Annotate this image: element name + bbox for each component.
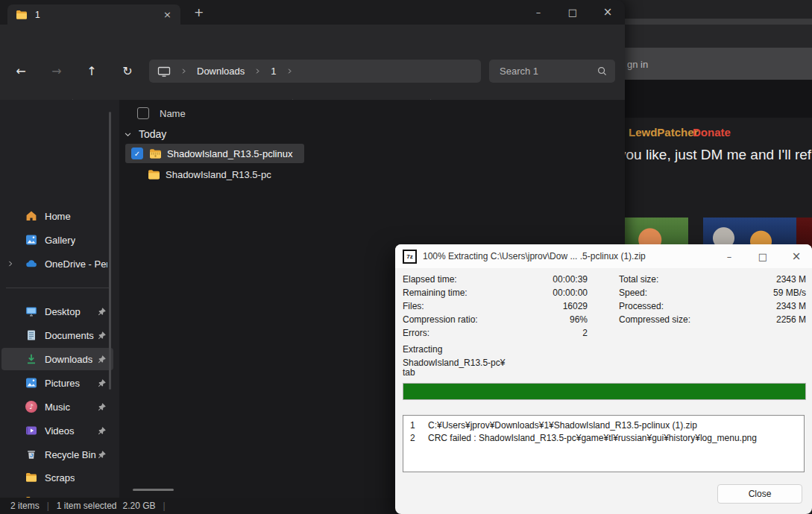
status-separator: | xyxy=(163,501,166,511)
breadcrumb-chevron-icon xyxy=(286,68,293,74)
stat-label: Files: xyxy=(403,301,424,311)
row-checkbox-checked[interactable]: ✓ xyxy=(131,147,143,159)
gallery-icon xyxy=(25,234,37,246)
file-row[interactable]: ShadowIsland_R13.5-pc xyxy=(125,165,304,184)
breadcrumb-downloads[interactable]: Downloads xyxy=(197,66,245,77)
sign-in-link[interactable]: gn in xyxy=(627,59,648,70)
tab-label: 1 xyxy=(35,10,40,20)
back-button[interactable]: ← xyxy=(8,60,34,83)
select-all-checkbox[interactable] xyxy=(137,107,149,119)
explorer-tab-bar: 1 × + – □ × xyxy=(0,0,625,25)
name-column-header[interactable]: Name xyxy=(160,108,186,119)
file-row-selected[interactable]: ✓ ShadowIsland_R13.5-pclinux xyxy=(125,144,304,163)
breadcrumb-current-folder[interactable]: 1 xyxy=(271,66,276,77)
dialog-minimize-button[interactable]: – xyxy=(714,244,745,268)
sidebar-item-chelsea-program[interactable]: Chelsea Prograr xyxy=(1,490,113,498)
current-file: tab xyxy=(403,367,415,378)
window-maximize-button[interactable]: □ xyxy=(556,0,590,24)
stat-label: Total size: xyxy=(619,274,658,285)
up-button[interactable]: ↑ xyxy=(79,60,104,83)
pin-icon xyxy=(97,402,107,412)
page-message: you like, just DM me and I'll ref xyxy=(619,147,811,163)
sidebar-item-desktop[interactable]: Desktop xyxy=(1,300,113,323)
sidebar-item-downloads[interactable]: Downloads xyxy=(1,348,113,370)
desktop-icon xyxy=(25,305,37,317)
home-icon xyxy=(25,210,37,222)
stat-label: Remaining time: xyxy=(403,288,468,298)
stat-label: Compressed size: xyxy=(619,314,690,325)
error-row[interactable]: 1 C:¥Users¥jprov¥Downloads¥1¥ShadowIslan… xyxy=(403,419,804,432)
recycle-bin-icon xyxy=(25,448,37,460)
forward-button[interactable]: → xyxy=(44,60,69,83)
window-minimize-button[interactable]: – xyxy=(521,0,556,24)
sidebar-item-home[interactable]: Home xyxy=(1,205,113,227)
this-pc-icon[interactable] xyxy=(157,66,171,77)
sidebar-item-onedrive[interactable]: OneDrive - Pers xyxy=(1,253,113,275)
sidebar-divider xyxy=(6,288,110,288)
breadcrumb-chevron-icon xyxy=(180,68,187,74)
downloads-icon xyxy=(25,353,37,365)
sidebar-item-gallery[interactable]: Gallery xyxy=(1,229,113,251)
7zip-extract-dialog: 7z 100% Extracting C:\Users\jprov\Dow ..… xyxy=(395,244,812,514)
pin-icon xyxy=(97,450,107,460)
explorer-tab[interactable]: 1 × xyxy=(7,4,180,25)
address-bar[interactable]: Downloads 1 xyxy=(149,60,481,83)
stat-value: 2343 M xyxy=(708,301,806,311)
stat-label: Errors: xyxy=(403,328,429,338)
close-button[interactable]: Close xyxy=(717,484,802,504)
pin-icon xyxy=(97,331,107,340)
error-number: 2 xyxy=(410,432,428,445)
sidebar-item-recycle-bin[interactable]: Recycle Bin xyxy=(1,443,113,466)
dialog-title: 100% Extracting C:\Users\jprov\Dow ... .… xyxy=(423,251,646,261)
onedrive-icon xyxy=(25,258,37,270)
search-box[interactable] xyxy=(489,60,615,83)
selection-summary: 1 item selected xyxy=(57,501,117,511)
sidebar-item-videos[interactable]: Videos xyxy=(1,419,113,442)
error-text: CRC failed : ShadowIsland_R13.5-pc¥game¥… xyxy=(428,432,757,445)
donate-link[interactable]: Donate xyxy=(693,126,731,139)
breadcrumb-chevron-icon xyxy=(254,68,261,74)
pin-icon xyxy=(97,378,107,388)
dialog-maximize-button[interactable]: □ xyxy=(747,244,778,268)
search-input[interactable] xyxy=(498,65,589,77)
refresh-button[interactable]: ↻ xyxy=(115,60,140,83)
brand-link[interactable]: LewdPatcher xyxy=(629,126,698,139)
stat-value: 2 xyxy=(507,328,588,338)
error-text: C:¥Users¥jprov¥Downloads¥1¥ShadowIsland_… xyxy=(428,419,697,432)
action-label: Extracting xyxy=(403,344,442,355)
navigation-pane: Home Gallery OneDrive - Pers Desktop xyxy=(0,100,119,498)
new-tab-button[interactable]: + xyxy=(194,5,204,19)
horizontal-scrollbar[interactable] xyxy=(133,489,174,491)
dialog-close-button[interactable]: × xyxy=(781,244,812,268)
current-path: ShadowIsland_R13.5-pc¥ xyxy=(403,358,505,368)
stat-label: Processed: xyxy=(619,301,664,311)
stat-value: 59 MB/s xyxy=(708,288,806,298)
tab-close-icon[interactable]: × xyxy=(163,9,171,20)
search-icon[interactable] xyxy=(597,66,608,77)
window-close-button[interactable]: × xyxy=(591,0,625,24)
desktop: gn in LewdPatcher Donate you like, just … xyxy=(0,0,812,514)
folder-icon xyxy=(148,168,160,181)
stat-value: 00:00:00 xyxy=(507,288,588,298)
folder-icon xyxy=(25,472,37,483)
documents-icon xyxy=(25,329,37,341)
error-row[interactable]: 2 CRC failed : ShadowIsland_R13.5-pc¥gam… xyxy=(403,432,804,445)
sidebar-item-pictures[interactable]: Pictures xyxy=(1,372,113,394)
error-number: 1 xyxy=(410,419,428,432)
sidebar-item-scraps[interactable]: Scraps xyxy=(1,466,113,489)
chevron-right-icon[interactable] xyxy=(7,260,14,267)
sidebar-item-music[interactable]: ♪ Music xyxy=(1,396,113,418)
item-count: 2 items xyxy=(10,501,40,511)
chevron-down-icon[interactable] xyxy=(124,130,132,139)
stat-value: 96% xyxy=(507,314,588,325)
column-header-row: Name xyxy=(119,104,418,123)
sidebar-item-documents[interactable]: Documents xyxy=(1,324,113,346)
stat-label: Compression ratio: xyxy=(403,314,478,325)
error-list[interactable]: 1 C:¥Users¥jprov¥Downloads¥1¥ShadowIslan… xyxy=(403,415,805,472)
stat-value: 00:00:39 xyxy=(507,274,588,285)
sidebar-scrollbar[interactable] xyxy=(109,112,111,390)
pictures-icon xyxy=(25,377,37,389)
selection-size: 2.20 GB xyxy=(123,501,156,511)
group-header-today[interactable]: Today xyxy=(119,124,166,144)
stat-value: 16029 xyxy=(507,301,588,311)
